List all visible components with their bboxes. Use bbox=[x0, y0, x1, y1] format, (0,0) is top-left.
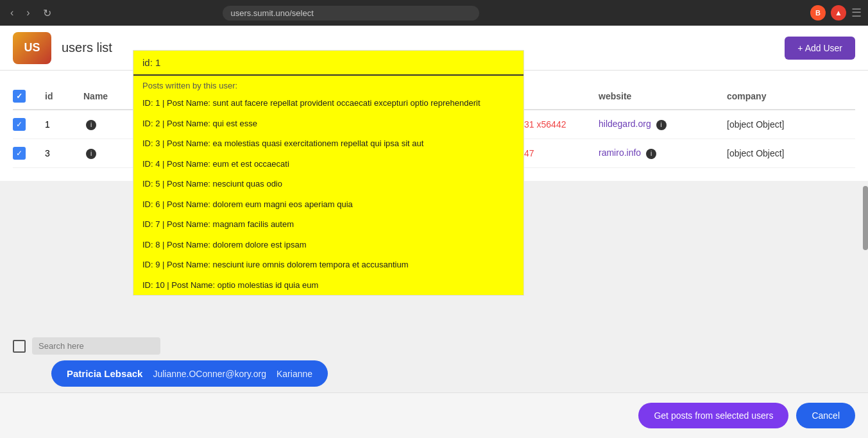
row1-company-value: [object Object] bbox=[727, 119, 785, 130]
tooltip-post-2: ID: 2 | Post Name: qui est esse bbox=[133, 114, 523, 134]
row1-checkbox[interactable]: ✓ bbox=[13, 118, 26, 131]
browser-actions: B ▲ ☰ bbox=[810, 5, 862, 21]
tooltip-post-5: ID: 5 | Post Name: nesciunt quas odio bbox=[133, 174, 523, 194]
tooltip-overlay: Posts written by this user: ID: 1 | Post… bbox=[133, 50, 524, 296]
tooltip-post-3: ID: 3 | Post Name: ea molestias quasi ex… bbox=[133, 133, 523, 154]
row1-info-icon[interactable]: i bbox=[86, 120, 96, 130]
brave-icon: B bbox=[810, 5, 826, 21]
bottom-bar: Get posts from selected users Cancel bbox=[0, 392, 868, 438]
header-company: company bbox=[727, 91, 855, 101]
search-checkbox[interactable] bbox=[13, 340, 26, 353]
search-input[interactable] bbox=[32, 337, 160, 355]
tooltip-post-4: ID: 4 | Post Name: eum et est occaecati bbox=[133, 154, 523, 174]
user-card-email: Julianne.OConner@kory.org bbox=[153, 369, 266, 379]
add-user-button[interactable]: + Add User bbox=[785, 37, 855, 60]
row2-website-info[interactable]: i bbox=[646, 149, 656, 159]
url-text: users.sumit.uno/select bbox=[230, 8, 313, 18]
tooltip-post-7: ID: 7 | Post Name: magnam facilis autem bbox=[133, 214, 523, 235]
user-card-name: Patricia Lebsack bbox=[67, 368, 142, 379]
forward-button[interactable]: › bbox=[22, 4, 33, 21]
row2-website-link[interactable]: ramiro.info bbox=[599, 147, 641, 158]
search-area bbox=[13, 337, 160, 355]
tooltip-post-10: ID: 10 | Post Name: optio molestias id q… bbox=[133, 275, 523, 296]
tooltip-section-label: Posts written by this user: bbox=[133, 76, 523, 93]
row1-company: [object Object] bbox=[727, 119, 855, 130]
row1-id: 1 bbox=[45, 119, 83, 130]
tooltip-id-input[interactable] bbox=[133, 51, 523, 76]
row1-website-info[interactable]: i bbox=[656, 120, 667, 130]
address-bar[interactable]: users.sumit.uno/select bbox=[223, 6, 479, 21]
row1-website: hildegard.org i bbox=[599, 119, 727, 130]
row1-check[interactable]: ✓ bbox=[13, 118, 45, 131]
tooltip-post-8: ID: 8 | Post Name: dolorem dolore est ip… bbox=[133, 235, 523, 255]
row2-website: ramiro.info i bbox=[599, 147, 727, 159]
row2-company-value: [object Object] bbox=[727, 148, 785, 158]
main-content: US users list + Add User ✓ id Name phone… bbox=[0, 26, 868, 438]
reload-button[interactable]: ↻ bbox=[39, 4, 55, 22]
page-title: users list bbox=[62, 40, 112, 55]
user-card-extra: Karianne bbox=[277, 369, 312, 379]
row2-checkbox[interactable]: ✓ bbox=[13, 147, 26, 160]
tooltip-post-9: ID: 9 | Post Name: nesciunt iure omnis d… bbox=[133, 255, 523, 275]
browser-chrome: ‹ › ↻ users.sumit.uno/select B ▲ ☰ bbox=[0, 0, 868, 26]
get-posts-button[interactable]: Get posts from selected users bbox=[638, 403, 788, 428]
row2-check[interactable]: ✓ bbox=[13, 147, 45, 160]
user-card: Patricia Lebsack Julianne.OConner@kory.o… bbox=[51, 360, 328, 387]
header-left: US users list bbox=[13, 32, 112, 64]
back-button[interactable]: ‹ bbox=[6, 4, 17, 21]
row2-company: [object Object] bbox=[727, 148, 855, 158]
scrollbar-thumb[interactable] bbox=[863, 186, 868, 250]
tooltip-post-1: ID: 1 | Post Name: sunt aut facere repel… bbox=[133, 93, 523, 114]
select-all-checkbox[interactable]: ✓ bbox=[13, 90, 26, 103]
header-website: website bbox=[599, 91, 727, 101]
tooltip-post-6: ID: 6 | Post Name: dolorem eum magni eos… bbox=[133, 194, 523, 215]
row2-id: 3 bbox=[45, 148, 83, 158]
cancel-button[interactable]: Cancel bbox=[796, 403, 855, 428]
app-logo: US bbox=[13, 32, 51, 64]
vpn-icon: ▲ bbox=[831, 5, 846, 21]
header-id: id bbox=[45, 91, 83, 101]
header-check: ✓ bbox=[13, 90, 45, 103]
row1-website-link[interactable]: hildegard.org bbox=[599, 119, 651, 129]
menu-icon[interactable]: ☰ bbox=[851, 6, 862, 20]
row2-info-icon[interactable]: i bbox=[86, 149, 96, 159]
